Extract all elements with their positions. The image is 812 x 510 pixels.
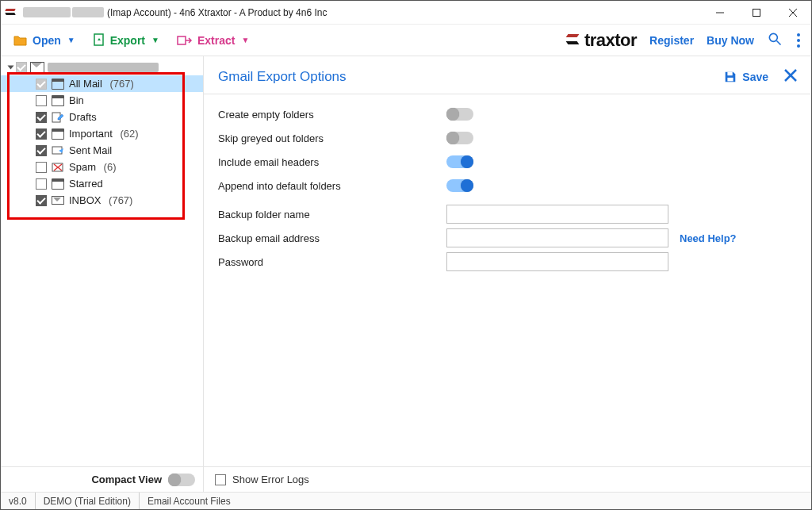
open-button[interactable]: Open ▼ xyxy=(7,31,82,50)
append-default-folders-toggle[interactable] xyxy=(446,179,473,192)
folder-item-sent-mail[interactable]: Sent Mail xyxy=(1,142,203,159)
folder-checkbox[interactable] xyxy=(36,178,47,190)
extract-icon xyxy=(177,34,193,47)
folder-checkbox[interactable] xyxy=(36,95,47,106)
folder-icon xyxy=(52,79,64,90)
folder-checkbox[interactable] xyxy=(36,128,47,140)
folder-checkbox[interactable] xyxy=(36,79,47,90)
buy-now-link[interactable]: Buy Now xyxy=(707,34,754,47)
backup-email-label: Backup email address xyxy=(218,232,446,244)
folder-sidebar: All Mail (767)BinDraftsImportant (62)Sen… xyxy=(1,56,204,492)
folder-label: Bin xyxy=(69,94,84,106)
account-root-node[interactable] xyxy=(1,59,203,75)
folder-item-all-mail[interactable]: All Mail (767) xyxy=(1,75,203,92)
folder-count: (767) xyxy=(107,78,134,90)
status-bar: v8.0 DEMO (Trial Edition) Email Account … xyxy=(1,492,811,509)
save-label: Save xyxy=(742,71,768,83)
folder-icon xyxy=(52,128,64,140)
svg-marker-5 xyxy=(98,38,101,40)
need-help-link[interactable]: Need Help? xyxy=(680,232,737,244)
svg-rect-1 xyxy=(753,9,760,16)
svg-rect-14 xyxy=(728,71,733,75)
more-options-button[interactable] xyxy=(797,33,800,48)
logo-mark-icon xyxy=(564,31,583,50)
folder-item-bin[interactable]: Bin xyxy=(1,92,203,109)
window-minimize-button[interactable] xyxy=(702,1,738,25)
root-checkbox[interactable] xyxy=(16,62,27,73)
export-button[interactable]: Export ▼ xyxy=(86,30,166,51)
mail-icon xyxy=(30,62,44,73)
svg-rect-15 xyxy=(728,77,733,81)
caret-down-icon: ▼ xyxy=(151,36,159,44)
product-logo: traxtor xyxy=(564,30,637,51)
main-toolbar: Open ▼ Export ▼ Extract ▼ traxtor Regist… xyxy=(1,25,811,56)
folder-label: Sent Mail xyxy=(69,144,112,156)
password-input[interactable] xyxy=(446,252,668,271)
redacted-text xyxy=(23,7,71,17)
panel-title: Gmail Export Options xyxy=(218,69,347,85)
folder-checkbox[interactable] xyxy=(36,195,47,206)
status-edition: DEMO (Trial Edition) xyxy=(36,493,140,509)
create-empty-folders-label: Create empty folders xyxy=(218,109,446,121)
svg-rect-6 xyxy=(178,36,186,44)
folder-icon xyxy=(52,178,64,190)
folder-label: Important xyxy=(69,128,113,140)
inbox-icon xyxy=(52,196,64,205)
password-label: Password xyxy=(218,256,446,268)
folder-label: Starred xyxy=(69,178,103,190)
export-icon xyxy=(93,33,105,48)
folder-open-icon xyxy=(13,34,28,47)
panel-close-button[interactable] xyxy=(783,67,799,86)
skip-greyed-folders-toggle[interactable] xyxy=(446,132,473,144)
save-icon xyxy=(723,70,737,84)
open-label: Open xyxy=(33,34,61,47)
backup-email-input[interactable] xyxy=(446,228,668,247)
backup-folder-label: Backup folder name xyxy=(218,209,446,220)
folder-item-spam[interactable]: Spam (6) xyxy=(1,159,203,175)
export-label: Export xyxy=(110,34,145,47)
caret-down-icon: ▼ xyxy=(241,36,249,44)
folder-label: Spam xyxy=(69,161,96,173)
search-button[interactable] xyxy=(767,31,783,49)
folder-item-starred[interactable]: Starred xyxy=(1,175,203,192)
folder-checkbox[interactable] xyxy=(36,162,47,173)
compact-view-toggle[interactable] xyxy=(168,474,195,486)
folder-label: Drafts xyxy=(69,111,97,123)
folder-count: (767) xyxy=(105,194,132,206)
show-error-logs-label: Show Error Logs xyxy=(232,474,309,485)
search-icon xyxy=(767,31,783,47)
append-default-folders-label: Append into default folders xyxy=(218,180,446,192)
folder-count: (62) xyxy=(117,128,139,140)
save-button[interactable]: Save xyxy=(723,70,768,84)
extract-button[interactable]: Extract ▼ xyxy=(170,31,255,50)
show-error-logs-checkbox[interactable] xyxy=(215,474,226,485)
app-icon xyxy=(6,6,18,19)
logo-text: traxtor xyxy=(584,30,637,51)
redacted-account-name xyxy=(48,63,159,72)
redacted-text xyxy=(72,7,104,17)
window-close-button[interactable] xyxy=(775,1,811,25)
folder-checkbox[interactable] xyxy=(36,112,47,123)
create-empty-folders-toggle[interactable] xyxy=(446,108,473,121)
status-version: v8.0 xyxy=(1,493,36,509)
window-maximize-button[interactable] xyxy=(738,1,775,25)
close-icon xyxy=(783,67,799,83)
include-headers-toggle[interactable] xyxy=(446,155,473,168)
window-title: (Imap Account) - 4n6 Xtraxtor - A Produc… xyxy=(107,7,327,18)
folder-checkbox[interactable] xyxy=(36,145,47,156)
folder-icon xyxy=(52,95,64,106)
folder-item-important[interactable]: Important (62) xyxy=(1,125,203,142)
drafts-icon xyxy=(52,112,64,123)
svg-point-7 xyxy=(769,33,777,41)
register-link[interactable]: Register xyxy=(649,34,694,47)
folder-label: All Mail xyxy=(69,78,102,90)
sent-icon xyxy=(52,145,64,156)
skip-greyed-folders-label: Skip greyed out folders xyxy=(218,132,446,144)
spam-icon xyxy=(52,162,64,173)
folder-label: INBOX xyxy=(69,194,101,206)
backup-folder-input[interactable] xyxy=(446,205,668,224)
extract-label: Extract xyxy=(197,34,235,47)
folder-item-inbox[interactable]: INBOX (767) xyxy=(1,192,203,209)
folder-item-drafts[interactable]: Drafts xyxy=(1,109,203,125)
include-headers-label: Include email headers xyxy=(218,156,446,168)
